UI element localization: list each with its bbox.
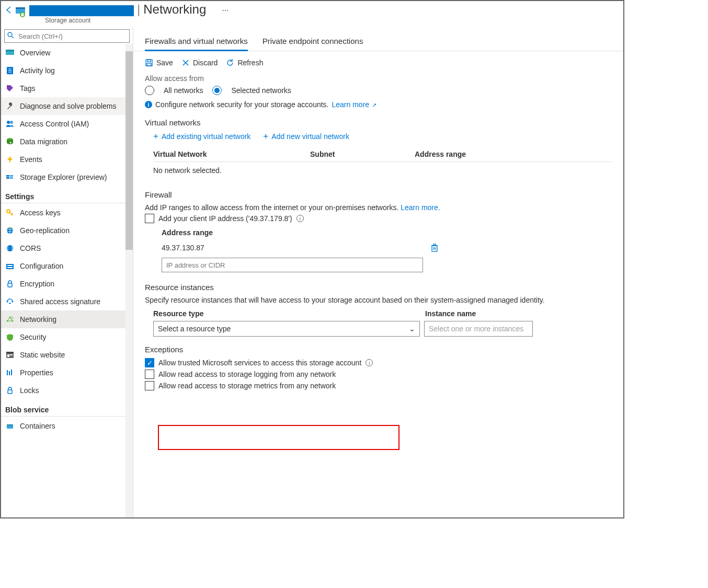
sidebar-item-activity-log[interactable]: Activity log bbox=[1, 62, 125, 79]
instance-name-header: Instance name bbox=[425, 309, 476, 318]
nav-label: Locks bbox=[20, 386, 39, 395]
info-icon: i bbox=[145, 101, 152, 108]
discard-label: Discard bbox=[193, 59, 218, 67]
sidebar-item-properties[interactable]: Properties bbox=[1, 364, 125, 382]
plus-icon: + bbox=[263, 131, 268, 142]
info-text: Configure network security for your stor… bbox=[155, 100, 329, 109]
sidebar-item-security[interactable]: Security bbox=[1, 328, 125, 346]
svg-rect-27 bbox=[6, 264, 14, 269]
toolbar: Save Discard Refresh bbox=[133, 51, 623, 74]
svg-rect-1 bbox=[16, 7, 25, 9]
nav-label: CORS bbox=[20, 244, 41, 252]
learn-more-link[interactable]: Learn more ↗ bbox=[332, 100, 377, 109]
svg-rect-17 bbox=[6, 177, 9, 179]
svg-rect-28 bbox=[7, 265, 13, 266]
sidebar-item-configuration[interactable]: Configuration bbox=[1, 257, 125, 275]
refresh-label: Refresh bbox=[237, 59, 263, 67]
vnet-col-range: Address range bbox=[415, 150, 519, 158]
allow-metrics-label: Allow read access to storage metrics fro… bbox=[158, 382, 336, 390]
sidebar-item-geo-replication[interactable]: Geo-replication bbox=[1, 222, 125, 239]
nav-label: Activity log bbox=[20, 66, 55, 75]
allow-logging-checkbox[interactable] bbox=[145, 370, 154, 379]
storage-explorer-icon bbox=[5, 172, 15, 182]
nav-label: Access keys bbox=[20, 209, 61, 217]
svg-point-5 bbox=[8, 32, 12, 37]
add-client-ip-label: Add your client IP address ('49.37.179.8… bbox=[158, 214, 292, 223]
sidebar-item-events[interactable]: Events bbox=[1, 151, 125, 168]
sidebar-item-diagnose[interactable]: Diagnose and solve problems bbox=[1, 97, 125, 115]
discard-button[interactable]: Discard bbox=[181, 59, 218, 67]
firewall-desc: Add IP ranges to allow access from the i… bbox=[145, 203, 398, 212]
allow-metrics-checkbox[interactable] bbox=[145, 381, 154, 390]
resource-type-dropdown[interactable]: Select a resource type ⌄ bbox=[153, 321, 420, 337]
radio-selected-label[interactable]: Selected networks bbox=[231, 86, 291, 95]
vnet-empty-state: No network selected. bbox=[153, 162, 612, 179]
nav-label: Access Control (IAM) bbox=[20, 120, 89, 128]
tab-private-endpoint[interactable]: Private endpoint connections bbox=[262, 33, 363, 51]
svg-rect-4 bbox=[21, 14, 24, 16]
sidebar-item-encryption[interactable]: Encryption bbox=[1, 275, 125, 293]
info-circle-icon[interactable]: i bbox=[366, 359, 373, 366]
save-label: Save bbox=[156, 59, 173, 67]
resource-instances-heading: Resource instances bbox=[145, 283, 612, 292]
allow-trusted-checkbox[interactable]: ✓ bbox=[145, 358, 154, 367]
firewall-learn-more-link[interactable]: Learn more. bbox=[401, 203, 440, 212]
svg-rect-29 bbox=[7, 267, 13, 268]
sidebar-item-networking[interactable]: Networking bbox=[1, 310, 125, 328]
sidebar-item-data-migration[interactable]: Data migration bbox=[1, 133, 125, 151]
sidebar-item-overview[interactable]: Overview bbox=[1, 44, 125, 62]
ip-address-input[interactable] bbox=[162, 258, 423, 272]
sidebar-item-access-control[interactable]: Access Control (IAM) bbox=[1, 115, 125, 133]
sidebar-section-settings: Settings bbox=[1, 186, 125, 203]
nav-label: Data migration bbox=[20, 137, 67, 146]
sidebar-item-tags[interactable]: Tags bbox=[1, 79, 125, 97]
instance-name-dropdown[interactable]: Select one or more instances bbox=[424, 321, 533, 337]
containers-icon bbox=[5, 421, 15, 431]
save-button[interactable]: Save bbox=[145, 59, 173, 67]
shield-icon bbox=[5, 332, 15, 342]
dropdown-placeholder: Select a resource type bbox=[158, 325, 231, 333]
sidebar-item-containers[interactable]: Containers bbox=[1, 417, 125, 435]
nav-label: Geo-replication bbox=[20, 226, 70, 235]
sas-icon bbox=[5, 297, 15, 306]
back-icon[interactable] bbox=[5, 6, 13, 14]
nav-label: Shared access signature bbox=[20, 297, 100, 306]
sidebar-item-locks[interactable]: Locks bbox=[1, 382, 125, 399]
sidebar-item-access-keys[interactable]: Access keys bbox=[1, 204, 125, 222]
nav-label: Diagnose and solve problems bbox=[20, 102, 116, 110]
tab-bar: Firewalls and virtual networks Private e… bbox=[133, 33, 623, 51]
sidebar-item-cors[interactable]: CORS bbox=[1, 239, 125, 257]
sidebar-item-storage-explorer[interactable]: Storage Explorer (preview) bbox=[1, 168, 125, 186]
wrench-icon bbox=[5, 101, 15, 111]
sidebar-section-blob: Blob service bbox=[1, 399, 125, 417]
svg-rect-48 bbox=[8, 390, 12, 394]
chevron-down-icon: ⌄ bbox=[409, 325, 415, 333]
add-existing-vnet-button[interactable]: +Add existing virtual network bbox=[153, 131, 250, 142]
events-icon bbox=[5, 155, 15, 164]
add-client-ip-checkbox[interactable] bbox=[145, 214, 154, 223]
more-actions-icon[interactable]: ··· bbox=[222, 6, 229, 15]
delete-ip-button[interactable] bbox=[430, 243, 439, 252]
close-icon bbox=[181, 59, 190, 67]
radio-selected-networks[interactable] bbox=[212, 86, 222, 95]
tab-firewalls[interactable]: Firewalls and virtual networks bbox=[145, 33, 248, 51]
key-icon bbox=[5, 208, 15, 217]
radio-all-label[interactable]: All networks bbox=[164, 86, 203, 95]
address-range-header: Address range bbox=[162, 228, 612, 237]
svg-point-31 bbox=[7, 301, 8, 303]
nav-label: Tags bbox=[20, 84, 36, 93]
info-circle-icon[interactable]: i bbox=[296, 215, 304, 222]
refresh-button[interactable]: Refresh bbox=[226, 59, 263, 67]
sidebar-item-static-website[interactable]: Static website bbox=[1, 346, 125, 364]
nav-label: Configuration bbox=[20, 262, 63, 270]
resource-desc: Specify resource instances that will hav… bbox=[145, 296, 612, 304]
svg-point-32 bbox=[12, 301, 14, 303]
sidebar-item-sas[interactable]: Shared access signature bbox=[1, 293, 125, 310]
sidebar-search-input[interactable] bbox=[4, 29, 130, 43]
svg-rect-40 bbox=[12, 317, 13, 319]
nav-label: Encryption bbox=[20, 280, 54, 288]
radio-all-networks[interactable] bbox=[145, 86, 154, 95]
scrollbar-thumb[interactable] bbox=[125, 51, 133, 250]
add-new-vnet-button[interactable]: +Add new virtual network bbox=[263, 131, 349, 142]
external-link-icon: ↗ bbox=[370, 102, 376, 108]
